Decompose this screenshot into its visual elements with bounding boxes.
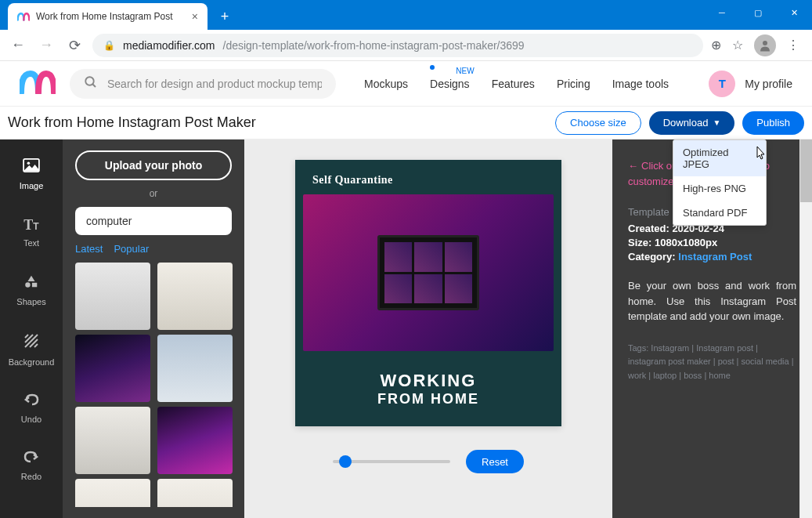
profile-label: My profile — [745, 78, 792, 90]
nav-imagetools[interactable]: Image tools — [612, 78, 669, 90]
tab-close-icon[interactable]: × — [192, 10, 198, 23]
template-size: Size: 1080x1080px — [628, 237, 796, 248]
site-header: Search for design and product mockup tem… — [0, 61, 812, 107]
profile-avatar: T — [709, 71, 735, 97]
sort-latest[interactable]: Latest — [75, 243, 103, 255]
download-dropdown: Optimized JPEG High-res PNG Standard PDF — [673, 139, 767, 226]
browser-reload-button[interactable]: ⟳ — [64, 35, 85, 56]
sort-links: Latest Popular — [75, 243, 232, 255]
dropdown-item-optimized-jpeg[interactable]: Optimized JPEG — [673, 140, 766, 176]
redo-icon — [23, 451, 39, 467]
main-nav: Mockups NEW Designs Features Pricing Ima… — [364, 78, 669, 90]
scroll-thumb[interactable] — [800, 139, 812, 202]
category-link[interactable]: Instagram Post — [678, 251, 752, 263]
image-icon — [23, 158, 40, 176]
nav-features[interactable]: Features — [492, 78, 535, 90]
url-domain: mediamodifier.com — [123, 39, 215, 52]
browser-back-button[interactable]: ← — [8, 35, 28, 56]
svg-line-2 — [92, 84, 96, 87]
lock-icon: 🔒 — [103, 40, 115, 51]
search-icon — [84, 75, 98, 92]
svg-marker-5 — [27, 276, 34, 281]
upload-photo-button[interactable]: Upload your photo — [75, 150, 232, 180]
canvas-heading-line2[interactable]: FROM HOME — [377, 391, 479, 408]
svg-line-11 — [25, 335, 28, 338]
rail-text[interactable]: TT Text — [8, 211, 55, 254]
arrow-left-icon: ← — [628, 160, 638, 172]
template-category: Category: Instagram Post — [628, 251, 796, 263]
browser-profile-avatar[interactable] — [754, 34, 776, 56]
download-button[interactable]: Download ▼ — [649, 111, 735, 135]
choose-size-button[interactable]: Choose size — [555, 111, 641, 135]
slider-knob[interactable] — [339, 455, 352, 468]
publish-button[interactable]: Publish — [742, 111, 804, 135]
window-maximize-button[interactable]: ▢ — [740, 0, 776, 25]
browser-forward-button[interactable]: → — [36, 35, 56, 56]
image-thumbnail[interactable] — [157, 335, 233, 402]
zoom-icon[interactable]: ⊕ — [711, 38, 721, 53]
nav-mockups[interactable]: Mockups — [364, 78, 408, 90]
svg-point-1 — [85, 77, 94, 85]
rail-redo[interactable]: Redo — [8, 444, 55, 487]
rail-shapes[interactable]: Shapes — [8, 268, 55, 313]
rail-undo[interactable]: Undo — [8, 387, 55, 430]
window-minimize-button[interactable]: ─ — [704, 0, 740, 25]
browser-titlebar: Work from Home Instagram Post × + ─ ▢ ✕ — [0, 0, 812, 30]
image-thumbnail[interactable] — [75, 335, 150, 402]
canvas-quote-text[interactable]: Self Quarantine — [312, 174, 544, 187]
page-title-bar: Work from Home Instagram Post Maker Choo… — [0, 107, 812, 139]
cursor-icon — [752, 145, 767, 165]
zoom-controls: Reset — [333, 450, 524, 473]
image-grid — [75, 263, 235, 507]
rail-image[interactable]: Image — [8, 152, 55, 197]
image-thumbnail[interactable] — [75, 479, 150, 507]
canvas-photo[interactable] — [303, 194, 554, 351]
reset-button[interactable]: Reset — [466, 450, 524, 473]
new-badge: NEW — [456, 67, 474, 75]
editor: Optimized JPEG High-res PNG Standard PDF… — [0, 139, 812, 518]
svg-point-4 — [27, 162, 31, 165]
dropdown-item-standard-pdf[interactable]: Standard PDF — [673, 201, 766, 225]
chevron-down-icon: ▼ — [713, 118, 720, 127]
profile-link[interactable]: T My profile — [709, 71, 792, 97]
zoom-slider[interactable] — [333, 460, 450, 463]
page-scrollbar[interactable] — [799, 139, 812, 518]
image-thumbnail[interactable] — [75, 407, 150, 474]
image-search-input[interactable]: computer — [75, 207, 232, 235]
nav-designs[interactable]: NEW Designs — [430, 78, 470, 90]
site-logo[interactable] — [20, 71, 56, 97]
dropdown-item-high-res-png[interactable]: High-res PNG — [673, 176, 766, 201]
shapes-icon — [23, 274, 39, 292]
site-favicon — [17, 10, 30, 23]
template-tags: Tags: Instagram | Instagram post | insta… — [628, 342, 796, 383]
template-description: Be your own boss and work from home. Use… — [628, 278, 796, 324]
url-input[interactable]: 🔒 mediamodifier.com/design-template/work… — [92, 34, 703, 57]
window-close-button[interactable]: ✕ — [776, 0, 812, 25]
image-thumbnail[interactable] — [75, 263, 150, 330]
image-thumbnail[interactable] — [157, 263, 233, 330]
search-placeholder: Search for design and product mockup tem… — [107, 78, 322, 90]
nav-pricing[interactable]: Pricing — [557, 78, 590, 90]
sort-popular[interactable]: Popular — [114, 243, 149, 255]
image-thumbnail[interactable] — [157, 407, 233, 474]
canvas-heading-line1[interactable]: WORKING — [381, 371, 477, 391]
new-dot-icon — [430, 65, 435, 70]
design-canvas[interactable]: Self Quarantine WORKING FROM HOME — [295, 160, 561, 426]
page-title: Work from Home Instagram Post Maker — [8, 114, 256, 131]
browser-menu-icon[interactable]: ⋮ — [787, 38, 799, 53]
window-controls: ─ ▢ ✕ — [704, 0, 812, 30]
browser-address-bar: ← → ⟳ 🔒 mediamodifier.com/design-templat… — [0, 30, 812, 61]
browser-tab[interactable]: Work from Home Instagram Post × — [8, 3, 208, 30]
monitor-mock — [377, 235, 479, 310]
rail-background[interactable]: Background — [8, 327, 55, 373]
svg-rect-7 — [32, 283, 37, 287]
text-icon: TT — [23, 217, 38, 234]
bookmark-icon[interactable]: ☆ — [732, 38, 743, 53]
left-rail: Image TT Text Shapes Background Undo Red… — [0, 139, 63, 518]
background-icon — [23, 333, 39, 353]
image-thumbnail[interactable] — [157, 479, 233, 507]
tab-title: Work from Home Instagram Post — [36, 11, 173, 22]
site-search-input[interactable]: Search for design and product mockup tem… — [70, 69, 336, 99]
svg-point-6 — [25, 282, 30, 287]
new-tab-button[interactable]: + — [214, 5, 236, 27]
